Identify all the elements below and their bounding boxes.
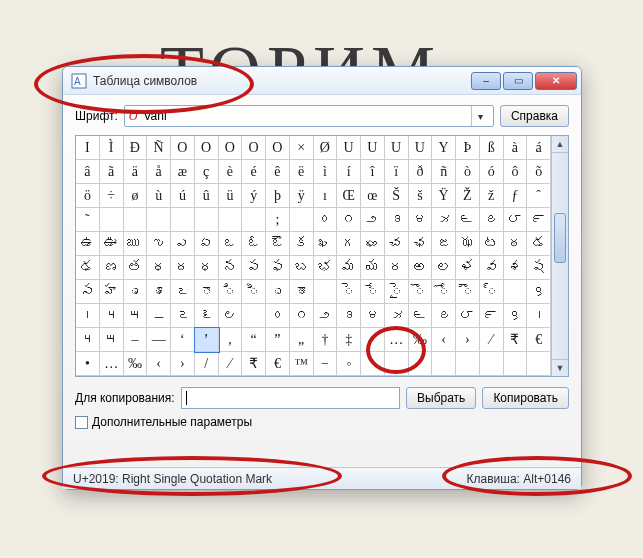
char-cell[interactable]: š bbox=[409, 184, 433, 208]
copy-button[interactable]: Копировать bbox=[482, 387, 569, 409]
char-cell[interactable]: ë bbox=[290, 160, 314, 184]
char-cell[interactable]: ž bbox=[480, 184, 504, 208]
char-cell[interactable]: హ bbox=[100, 280, 124, 304]
char-cell[interactable]: య bbox=[361, 256, 385, 280]
char-cell[interactable] bbox=[527, 352, 551, 376]
titlebar[interactable]: A Таблица символов – ▭ ✕ bbox=[63, 67, 581, 95]
char-cell[interactable]: ౯ bbox=[527, 208, 551, 232]
char-cell[interactable]: ù bbox=[147, 184, 171, 208]
char-cell[interactable]: U bbox=[361, 136, 385, 160]
char-cell[interactable]: ఠ bbox=[504, 232, 528, 256]
char-cell[interactable]: “ bbox=[242, 328, 266, 352]
char-cell[interactable] bbox=[100, 208, 124, 232]
close-button[interactable]: ✕ bbox=[535, 72, 577, 90]
char-cell[interactable]: ౹ bbox=[76, 304, 100, 328]
char-cell[interactable]: O bbox=[266, 136, 290, 160]
char-cell[interactable]: ౸ bbox=[504, 304, 528, 328]
char-cell[interactable]: ˆ bbox=[527, 184, 551, 208]
char-cell[interactable]: ఒ bbox=[219, 232, 243, 256]
char-cell[interactable]: î bbox=[361, 160, 385, 184]
char-grid[interactable]: IÌÐÑOOOOO×ØUUUUYÞßàáâãäåæçèéêëìíîïðñòóôõ… bbox=[76, 136, 551, 376]
help-button[interactable]: Справка bbox=[500, 105, 569, 127]
char-cell[interactable]: ä bbox=[124, 160, 148, 184]
char-cell[interactable]: ౼ bbox=[147, 304, 171, 328]
char-cell[interactable]: ూ bbox=[290, 280, 314, 304]
char-cell[interactable]: ; bbox=[266, 208, 290, 232]
char-cell[interactable]: ï bbox=[385, 160, 409, 184]
maximize-button[interactable]: ▭ bbox=[503, 72, 533, 90]
char-cell[interactable]: æ bbox=[171, 160, 195, 184]
char-cell[interactable]: ృ bbox=[124, 280, 148, 304]
char-cell[interactable]: ” bbox=[266, 328, 290, 352]
scroll-thumb[interactable] bbox=[554, 213, 566, 263]
char-cell[interactable]: O bbox=[171, 136, 195, 160]
char-cell[interactable]: U bbox=[337, 136, 361, 160]
char-cell[interactable] bbox=[290, 208, 314, 232]
char-cell[interactable]: ో bbox=[432, 280, 456, 304]
char-cell[interactable]: U bbox=[385, 136, 409, 160]
char-cell[interactable]: Þ bbox=[456, 136, 480, 160]
char-cell[interactable]: ₹ bbox=[504, 328, 528, 352]
char-cell[interactable]: ౦ bbox=[266, 304, 290, 328]
char-cell[interactable]: ఌ bbox=[147, 232, 171, 256]
char-cell[interactable]: ఘ bbox=[361, 232, 385, 256]
char-cell[interactable]: ð bbox=[409, 160, 433, 184]
char-cell[interactable]: Ì bbox=[100, 136, 124, 160]
char-cell[interactable] bbox=[219, 208, 243, 232]
char-cell[interactable] bbox=[504, 280, 528, 304]
char-cell[interactable]: ò bbox=[456, 160, 480, 184]
char-cell[interactable]: ’ bbox=[195, 328, 219, 352]
char-cell[interactable]: ø bbox=[124, 184, 148, 208]
char-cell[interactable]: ú bbox=[171, 184, 195, 208]
char-cell[interactable]: ఉ bbox=[76, 232, 100, 256]
char-cell[interactable]: బ bbox=[290, 256, 314, 280]
char-cell[interactable]: ద bbox=[171, 256, 195, 280]
char-cell[interactable]: õ bbox=[527, 160, 551, 184]
char-cell[interactable]: ఢ bbox=[76, 256, 100, 280]
char-cell[interactable] bbox=[409, 352, 433, 376]
char-cell[interactable]: € bbox=[266, 352, 290, 376]
char-cell[interactable]: ‘ bbox=[171, 328, 195, 352]
char-cell[interactable] bbox=[195, 208, 219, 232]
char-cell[interactable]: é bbox=[242, 160, 266, 184]
char-cell[interactable]: ళ bbox=[456, 256, 480, 280]
char-cell[interactable]: ý bbox=[242, 184, 266, 208]
char-cell[interactable] bbox=[385, 352, 409, 376]
char-cell[interactable]: ౄ bbox=[147, 280, 171, 304]
char-cell[interactable]: ధ bbox=[195, 256, 219, 280]
char-cell[interactable]: ణ bbox=[100, 256, 124, 280]
char-cell[interactable]: … bbox=[385, 328, 409, 352]
char-cell[interactable]: ‹ bbox=[147, 352, 171, 376]
char-cell[interactable]: ó bbox=[480, 160, 504, 184]
char-cell[interactable]: ఽ bbox=[171, 280, 195, 304]
char-cell[interactable]: ౯ bbox=[480, 304, 504, 328]
minimize-button[interactable]: – bbox=[471, 72, 501, 90]
char-cell[interactable]: ర bbox=[385, 256, 409, 280]
char-cell[interactable]: ◦ bbox=[337, 352, 361, 376]
char-cell[interactable]: ‚ bbox=[219, 328, 243, 352]
char-cell[interactable]: ౽ bbox=[171, 304, 195, 328]
char-cell[interactable]: జ bbox=[432, 232, 456, 256]
char-cell[interactable]: ⁄ bbox=[219, 352, 243, 376]
char-cell[interactable]: ñ bbox=[432, 160, 456, 184]
char-cell[interactable]: O bbox=[219, 136, 243, 160]
char-cell[interactable]: ి bbox=[219, 280, 243, 304]
char-cell[interactable]: ఝ bbox=[456, 232, 480, 256]
char-cell[interactable] bbox=[242, 208, 266, 232]
char-cell[interactable]: ఛ bbox=[409, 232, 433, 256]
char-cell[interactable]: ₹ bbox=[242, 352, 266, 376]
char-cell[interactable]: ఔ bbox=[266, 232, 290, 256]
char-cell[interactable]: ే bbox=[361, 280, 385, 304]
char-cell[interactable]: … bbox=[100, 352, 124, 376]
char-cell[interactable]: − bbox=[314, 352, 338, 376]
char-cell[interactable]: ఋ bbox=[124, 232, 148, 256]
scrollbar[interactable]: ▲ ▼ bbox=[551, 136, 568, 376]
char-cell[interactable] bbox=[171, 208, 195, 232]
char-cell[interactable]: ౮ bbox=[456, 304, 480, 328]
char-cell[interactable]: ౧ bbox=[290, 304, 314, 328]
char-cell[interactable]: ౌ bbox=[456, 280, 480, 304]
char-cell[interactable]: ప bbox=[242, 256, 266, 280]
char-cell[interactable]: è bbox=[219, 160, 243, 184]
char-cell[interactable]: ‰ bbox=[409, 328, 433, 352]
char-cell[interactable]: వ bbox=[480, 256, 504, 280]
